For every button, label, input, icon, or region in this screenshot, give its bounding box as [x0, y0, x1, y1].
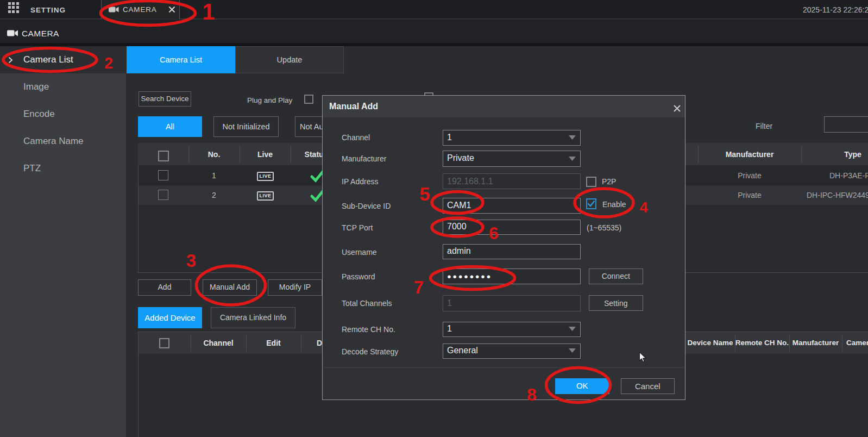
svg-text:4: 4: [639, 199, 648, 216]
svg-text:3: 3: [186, 251, 196, 271]
svg-text:1: 1: [202, 0, 215, 24]
svg-text:7: 7: [414, 277, 424, 297]
svg-text:6: 6: [489, 223, 499, 243]
svg-text:5: 5: [419, 183, 430, 204]
svg-text:8: 8: [527, 385, 537, 404]
svg-text:2: 2: [104, 54, 113, 72]
